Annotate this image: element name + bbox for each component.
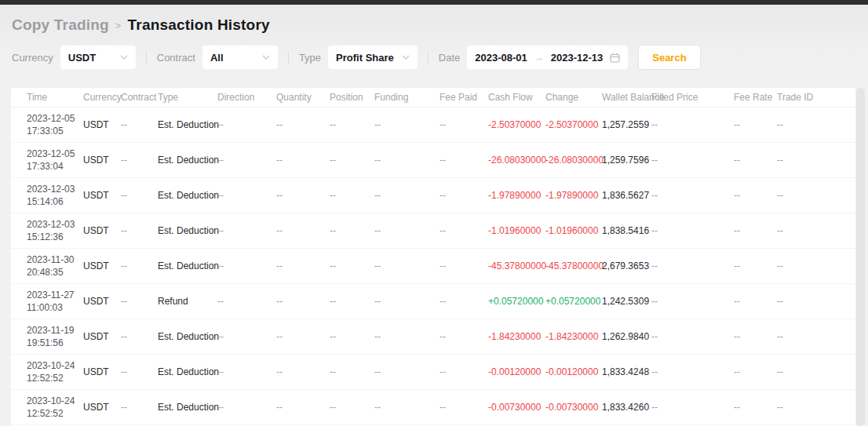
cell-cash-flow: -1.01960000	[488, 213, 545, 248]
cell-cash-flow: -0.00120000	[488, 354, 545, 389]
cell-time: 2023-12-0517:33:04	[11, 142, 83, 177]
cell-time: 2023-10-2412:52:52	[11, 354, 83, 389]
cell-time: 2023-12-0315:14:06	[11, 177, 83, 213]
cell-fee-rate: --	[734, 283, 777, 319]
cell-type: Est. Deduction	[158, 389, 217, 424]
currency-select-value: USDT	[68, 52, 96, 64]
cell-quantity: --	[276, 319, 330, 354]
date-filter-label: Date	[439, 52, 460, 64]
cell-fee-paid: --	[439, 389, 488, 424]
column-header: Filled Price	[651, 88, 734, 107]
table-body: 2023-12-0517:33:05USDT--Est. Deduction--…	[11, 107, 855, 424]
cell-fee-paid: --	[439, 319, 488, 354]
cell-change: -1.84230000	[545, 319, 602, 354]
column-header: Funding	[374, 88, 439, 107]
cell-currency: USDT	[83, 354, 121, 389]
cell-direction: --	[217, 107, 276, 142]
cell-trade-id: --	[777, 213, 855, 248]
cell-quantity: --	[276, 354, 330, 389]
cell-fee-rate: --	[734, 319, 777, 354]
cell-position: --	[330, 319, 374, 354]
breadcrumb-parent-link[interactable]: Copy Trading	[12, 16, 109, 34]
cell-funding: --	[374, 213, 439, 248]
cell-wallet-balance: 1,836.5627	[602, 177, 651, 213]
cell-position: --	[330, 177, 374, 213]
cell-type: Est. Deduction	[158, 142, 217, 177]
column-header: Currency	[83, 88, 121, 107]
cell-change: -2.50370000	[545, 107, 602, 142]
cell-time: 2023-10-2412:52:52	[11, 389, 83, 424]
cell-change: -0.00120000	[545, 354, 602, 389]
table-row: 2023-11-2711:00:03USDT--Refund----------…	[11, 283, 855, 319]
cell-funding: --	[374, 142, 439, 177]
cell-position: --	[330, 107, 374, 142]
cell-cash-flow: -1.97890000	[488, 177, 545, 213]
cell-wallet-balance: 1,259.7596	[602, 142, 651, 177]
cell-wallet-balance: 1,833.4248	[602, 354, 651, 389]
breadcrumb: Copy Trading > Transaction History	[12, 16, 270, 34]
currency-select[interactable]: USDT	[60, 46, 136, 69]
cell-type: Est. Deduction	[158, 213, 217, 248]
date-start-value: 2023-08-01	[475, 52, 527, 64]
type-filter-label: Type	[299, 52, 321, 64]
cell-contract: --	[121, 283, 158, 319]
cell-position: --	[330, 213, 374, 248]
cell-quantity: --	[276, 213, 330, 248]
vertical-scrollbar[interactable]	[856, 88, 865, 426]
type-select[interactable]: Profit Share	[328, 46, 418, 69]
cell-trade-id: --	[777, 177, 855, 213]
column-header: Change	[545, 88, 602, 107]
cell-type: Est. Deduction	[158, 248, 217, 283]
table-header-row: TimeCurrencyContractTypeDirectionQuantit…	[11, 88, 855, 107]
cell-cash-flow: -0.00730000	[488, 389, 545, 424]
cell-type: Refund	[158, 283, 217, 319]
column-header: Fee Paid	[439, 88, 488, 107]
cell-time: 2023-11-3020:48:35	[11, 248, 83, 283]
cell-wallet-balance: 2,679.3653	[602, 248, 651, 283]
cell-currency: USDT	[83, 389, 121, 424]
cell-fee-paid: --	[439, 248, 488, 283]
cell-filled-price: --	[651, 389, 734, 424]
cell-wallet-balance: 1,262.9840	[602, 319, 651, 354]
type-select-value: Profit Share	[336, 52, 394, 64]
cell-contract: --	[121, 213, 158, 248]
table-row: 2023-10-2412:52:52USDT--Est. Deduction--…	[11, 389, 855, 424]
table-row: 2023-11-1919:51:56USDT--Est. Deduction--…	[11, 319, 855, 354]
cell-contract: --	[121, 354, 158, 389]
cell-change: -45.37800000	[545, 248, 602, 283]
cell-position: --	[330, 142, 374, 177]
cell-change: +0.05720000	[545, 283, 602, 319]
cell-filled-price: --	[651, 248, 734, 283]
cell-quantity: --	[276, 142, 330, 177]
cell-contract: --	[121, 389, 158, 424]
date-range-input[interactable]: 2023-08-01 → 2023-12-13	[467, 46, 628, 69]
cell-fee-paid: --	[439, 283, 488, 319]
contract-select[interactable]: All	[202, 46, 278, 69]
table-row: 2023-12-0315:12:36USDT--Est. Deduction--…	[11, 213, 855, 248]
cell-direction: --	[217, 248, 276, 283]
cell-filled-price: --	[651, 213, 734, 248]
cell-trade-id: --	[777, 354, 855, 389]
cell-currency: USDT	[83, 319, 121, 354]
cell-position: --	[330, 354, 374, 389]
column-header: Position	[330, 88, 374, 107]
calendar-icon	[610, 53, 620, 63]
contract-filter-label: Contract	[157, 52, 195, 64]
cell-filled-price: --	[651, 107, 734, 142]
cell-filled-price: --	[651, 142, 734, 177]
search-button[interactable]: Search	[638, 45, 700, 70]
column-header: Direction	[217, 88, 276, 107]
cell-quantity: --	[276, 283, 330, 319]
cell-cash-flow: -2.50370000	[488, 107, 545, 142]
cell-contract: --	[121, 142, 158, 177]
cell-time: 2023-11-1919:51:56	[11, 319, 83, 354]
cell-funding: --	[374, 319, 439, 354]
cell-trade-id: --	[777, 319, 855, 354]
cell-funding: --	[374, 389, 439, 424]
cell-cash-flow: -26.08030000	[488, 142, 545, 177]
filter-divider	[146, 52, 147, 64]
cell-time: 2023-12-0315:12:36	[11, 213, 83, 248]
cell-fee-rate: --	[734, 177, 777, 213]
cell-wallet-balance: 1,257.2559	[602, 107, 651, 142]
cell-contract: --	[121, 248, 158, 283]
